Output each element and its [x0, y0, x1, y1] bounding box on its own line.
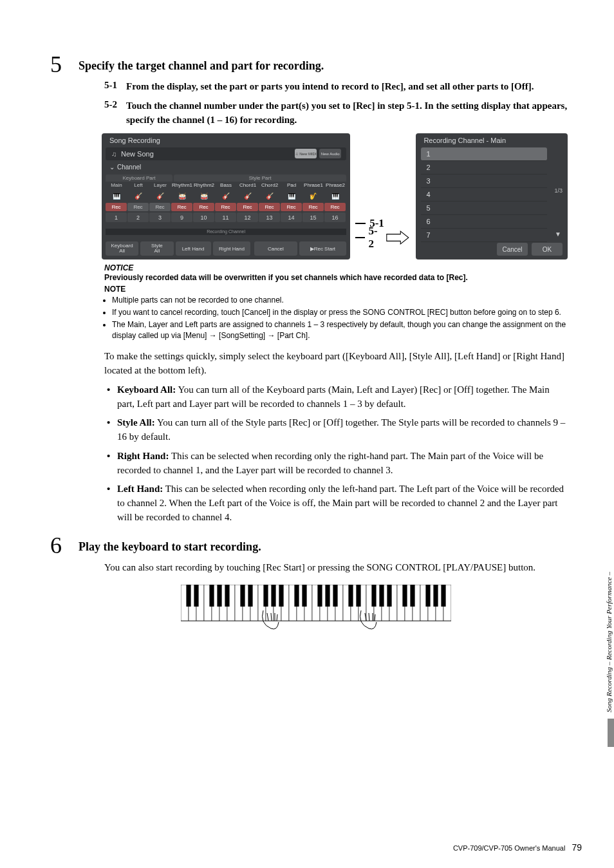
song-recording-screen: Song Recording ♫ New Song ♫New MIDI New …: [102, 133, 350, 259]
drum-icon: 🥁: [193, 189, 215, 203]
popup-cancel-button[interactable]: Cancel: [497, 243, 528, 256]
channel-number-button[interactable]: 11: [215, 212, 236, 222]
page-number: 79: [572, 842, 582, 853]
step-5-title: Specify the target channel and part for …: [79, 53, 324, 73]
rec-toggle[interactable]: Rec: [302, 203, 324, 211]
horn-icon: 🎷: [302, 189, 324, 203]
left-hand-button[interactable]: Left Hand: [176, 241, 211, 256]
rec-toggle[interactable]: Rec: [237, 203, 258, 211]
substep-5-1: 5-1 From the display, set the part or pa…: [104, 80, 568, 94]
channel-number-button[interactable]: 16: [324, 212, 346, 222]
step-6-body: You can also start recording by touching…: [104, 561, 582, 575]
step-5-body: 5-1 From the display, set the part or pa…: [104, 80, 568, 525]
piano-icon: 🎹: [324, 189, 346, 203]
side-tab-bar: [608, 719, 614, 747]
style-part-header: Style Part: [174, 175, 346, 182]
keyboard-all-button[interactable]: KeyboardAll: [106, 241, 138, 256]
rec-start-button[interactable]: ▶Rec Start: [299, 241, 347, 256]
format-pills: ♫New MIDI New Audio: [295, 149, 341, 158]
channel-option[interactable]: 2: [421, 161, 547, 175]
svg-rect-45: [279, 585, 283, 607]
svg-rect-39: [217, 585, 221, 607]
channel-option[interactable]: 7: [421, 229, 547, 242]
svg-rect-43: [263, 585, 268, 607]
channel-collapse-row[interactable]: ⌄Channel: [109, 164, 141, 171]
rec-toggle[interactable]: Rec: [106, 203, 127, 211]
svg-rect-42: [248, 585, 252, 607]
style-all-button[interactable]: StyleAll: [140, 241, 173, 256]
rec-toggle[interactable]: Rec: [215, 203, 236, 211]
step-5-number: 5: [50, 53, 79, 76]
arrow-icon: [386, 230, 410, 245]
substep-5-2-num: 5-2: [104, 99, 126, 127]
channel-option[interactable]: 1: [421, 147, 547, 161]
channel-number-button[interactable]: 1: [106, 212, 127, 222]
channel-number-button[interactable]: 2: [127, 212, 149, 222]
side-tab-text: Song Recording – Recording Your Performa…: [605, 572, 613, 712]
rec-toggle[interactable]: Rec: [127, 203, 149, 211]
screen1-header-row: ♫ New Song ♫New MIDI New Audio: [106, 147, 346, 160]
side-tab: Song Recording – Recording Your Performa…: [602, 502, 614, 747]
svg-rect-38: [209, 585, 214, 607]
scroll-down-icon[interactable]: ▼: [555, 231, 561, 238]
channel-option[interactable]: 3: [421, 175, 547, 188]
svg-rect-56: [402, 585, 407, 607]
channel-option[interactable]: 5: [421, 202, 547, 215]
svg-rect-58: [425, 585, 430, 607]
recording-channel-popup: Recording Channel - Main 1 2 3 4 5 6 7 1…: [416, 133, 568, 259]
channel-number-button[interactable]: 3: [149, 212, 171, 222]
guitar-icon: 🎸: [149, 189, 171, 203]
quick-settings-paragraph: To make the settings quickly, simply sel…: [104, 350, 568, 378]
screenshot-figure: Song Recording ♫ New Song ♫New MIDI New …: [102, 133, 568, 259]
rec-toggle[interactable]: Rec: [259, 203, 280, 211]
new-audio-pill[interactable]: New Audio: [319, 149, 341, 158]
page-indicator: 1/3: [554, 187, 563, 194]
rec-toggle[interactable]: Rec: [193, 203, 214, 211]
rec-toggle[interactable]: Rec: [281, 203, 302, 211]
callout-line: [355, 237, 364, 238]
svg-rect-57: [410, 585, 414, 607]
note-item: The Main, Layer and Left parts are assig…: [112, 319, 568, 341]
channel-option[interactable]: 4: [421, 188, 547, 202]
channel-number-row: 1 2 3 9 10 11 12 13 14 15 16: [106, 212, 346, 222]
callout-5-2: 5-2: [369, 225, 382, 250]
channel-option[interactable]: 6: [421, 215, 547, 229]
new-song-label: New Song: [121, 150, 154, 158]
manual-title: CVP-709/CVP-705 Owner's Manual: [453, 844, 566, 852]
popup-ok-button[interactable]: OK: [532, 243, 563, 256]
substep-5-2-text: Touch the channel number under the part(…: [126, 99, 568, 127]
substep-5-1-text: From the display, set the part or parts …: [126, 80, 534, 94]
svg-rect-51: [348, 585, 353, 607]
definitions-list: Keyboard All: You can turn all of the Ke…: [104, 383, 568, 525]
new-midi-pill[interactable]: ♫New MIDI: [295, 149, 317, 158]
channel-number-button[interactable]: 10: [193, 212, 214, 222]
svg-rect-52: [356, 585, 360, 607]
note-heading: NOTE: [104, 285, 568, 294]
right-hand-button[interactable]: Right Hand: [213, 241, 251, 256]
callout-line: [355, 223, 366, 224]
channel-number-button[interactable]: 12: [237, 212, 258, 222]
cancel-button[interactable]: Cancel: [254, 241, 297, 256]
part-labels-row: Main Left Layer Rhythm1 Rhythm2 Bass Cho…: [106, 182, 346, 189]
channel-grid: Keyboard Part Style Part Main Left Layer…: [106, 175, 346, 222]
svg-rect-53: [371, 585, 376, 607]
substep-5-2: 5-2 Touch the channel number under the p…: [104, 99, 568, 127]
channel-number-button[interactable]: 15: [302, 212, 324, 222]
notice-text: Previously recorded data will be overwri…: [104, 273, 568, 282]
drum-icon: 🥁: [171, 189, 193, 203]
rec-toggle[interactable]: Rec: [324, 203, 346, 211]
guitar-icon: 🎸: [259, 189, 281, 203]
rec-toggle[interactable]: Rec: [149, 203, 171, 211]
screen1-title: Song Recording: [109, 137, 160, 144]
channel-number-button[interactable]: 13: [259, 212, 280, 222]
svg-rect-49: [325, 585, 330, 607]
channel-number-button[interactable]: 9: [171, 212, 192, 222]
callouts: 5-1 5-2: [355, 147, 409, 246]
svg-rect-55: [387, 585, 391, 607]
def-keyboard-all: Keyboard All: You can turn all of the Ke…: [117, 383, 568, 411]
def-right-hand: Right Hand: This can be selected when re…: [117, 449, 568, 478]
channel-list: 1 2 3 4 5 6 7: [421, 147, 547, 242]
recording-channel-bar: Recording Channel: [106, 229, 346, 235]
rec-toggle[interactable]: Rec: [171, 203, 192, 211]
channel-number-button[interactable]: 14: [281, 212, 302, 222]
